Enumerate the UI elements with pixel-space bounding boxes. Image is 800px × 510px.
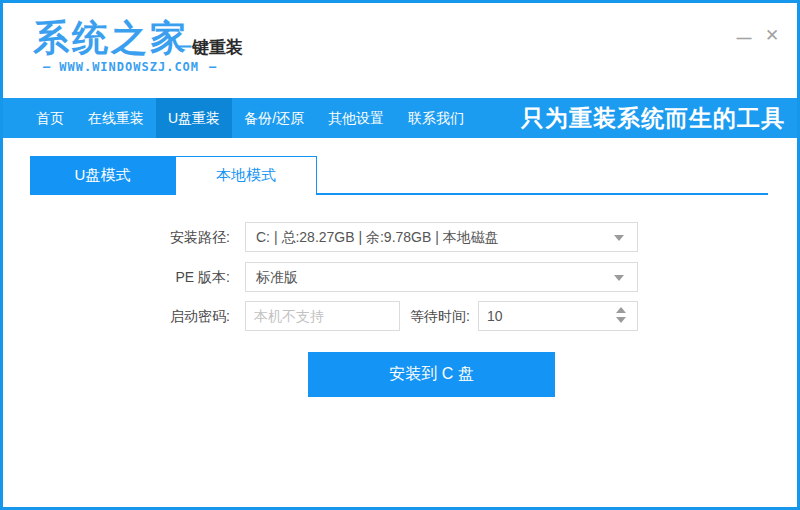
dash-decoration-right: — (209, 60, 215, 74)
tab-underline (30, 193, 768, 195)
spinner-down-icon[interactable] (616, 317, 626, 323)
nav-item-other-settings[interactable]: 其他设置 (316, 98, 396, 138)
pe-version-label: PE 版本: (63, 262, 230, 292)
install-to-c-button[interactable]: 安装到 C 盘 (308, 352, 555, 397)
pe-version-select[interactable]: 标准版 (245, 262, 638, 292)
boot-password-input[interactable] (245, 301, 400, 331)
nav-slogan: 只为重装系统而生的工具 (521, 98, 785, 138)
tab-usb-mode[interactable]: U盘模式 (30, 156, 175, 193)
main-nav: 首页 在线重装 U盘重装 备份/还原 其他设置 联系我们 只为重装系统而生的工具 (3, 98, 797, 138)
app-window: 系统之家 一键重装 —WWW.WINDOWSZJ.COM— — ✕ 首页 在线重… (0, 0, 800, 510)
mode-tabs: U盘模式 本地模式 (30, 156, 768, 195)
install-path-select[interactable]: C: | 总:28.27GB | 余:9.78GB | 本地磁盘 (245, 222, 638, 252)
nav-item-online-reinstall[interactable]: 在线重装 (76, 98, 156, 138)
chevron-down-icon (614, 275, 624, 281)
dash-decoration-left: — (43, 60, 49, 74)
install-path-label: 安装路径: (63, 222, 230, 252)
spinner-up-icon[interactable] (616, 307, 626, 313)
logo-subtitle-rest: 键重装 (192, 38, 243, 57)
nav-item-backup-restore[interactable]: 备份/还原 (232, 98, 316, 138)
tab-local-mode[interactable]: 本地模式 (175, 156, 317, 195)
wait-time-stepper[interactable] (614, 306, 628, 326)
boot-password-row: 启动密码: 等待时间: (3, 301, 797, 331)
nav-item-home[interactable]: 首页 (24, 98, 76, 138)
titlebar: 系统之家 一键重装 —WWW.WINDOWSZJ.COM— — ✕ (3, 3, 797, 98)
wait-time-label: 等待时间: (402, 301, 470, 331)
website-text: WWW.WINDOWSZJ.COM (59, 60, 199, 74)
app-logo: 系统之家 (33, 14, 189, 63)
pe-version-row: PE 版本: 标准版 (3, 262, 797, 292)
close-button[interactable]: ✕ (761, 25, 783, 47)
install-path-value: C: | 总:28.27GB | 余:9.78GB | 本地磁盘 (256, 229, 499, 245)
nav-item-usb-reinstall[interactable]: U盘重装 (156, 98, 232, 138)
nav-item-contact-us[interactable]: 联系我们 (396, 98, 476, 138)
content-panel: U盘模式 本地模式 安装路径: C: | 总:28.27GB | 余:9.78G… (3, 138, 797, 510)
chevron-down-icon (614, 235, 624, 241)
install-path-row: 安装路径: C: | 总:28.27GB | 余:9.78GB | 本地磁盘 (3, 222, 797, 252)
pe-version-value: 标准版 (256, 269, 298, 285)
boot-password-label: 启动密码: (63, 301, 230, 331)
logo-subtitle: 一键重装 (175, 36, 243, 59)
website-url: —WWW.WINDOWSZJ.COM— (33, 60, 225, 74)
minimize-button[interactable]: — (733, 27, 755, 49)
logo-subtitle-highlight: 一 (175, 38, 192, 57)
